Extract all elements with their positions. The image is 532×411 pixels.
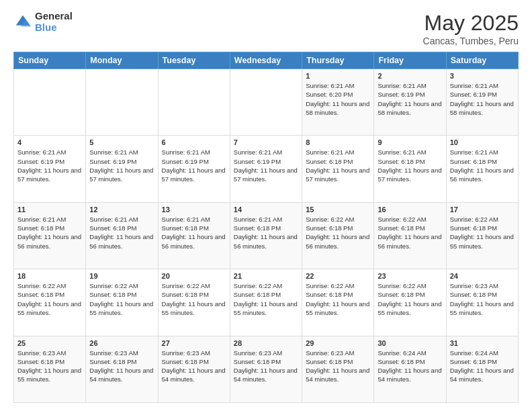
day-number: 19 bbox=[89, 272, 154, 280]
day-info: Sunrise: 6:21 AMSunset: 6:18 PMDaylight:… bbox=[306, 148, 370, 183]
calendar-cell: 24Sunrise: 6:23 AMSunset: 6:18 PMDayligh… bbox=[446, 269, 518, 336]
calendar-cell bbox=[14, 69, 86, 136]
calendar-cell: 23Sunrise: 6:22 AMSunset: 6:18 PMDayligh… bbox=[374, 269, 446, 336]
day-info: Sunrise: 6:22 AMSunset: 6:18 PMDaylight:… bbox=[306, 281, 370, 317]
calendar-cell: 1Sunrise: 6:21 AMSunset: 6:20 PMDaylight… bbox=[302, 69, 374, 136]
calendar-cell: 12Sunrise: 6:21 AMSunset: 6:18 PMDayligh… bbox=[86, 202, 158, 269]
day-number: 8 bbox=[306, 138, 370, 146]
day-info: Sunrise: 6:22 AMSunset: 6:18 PMDaylight:… bbox=[378, 215, 442, 250]
day-number: 20 bbox=[162, 272, 226, 280]
calendar-cell: 4Sunrise: 6:21 AMSunset: 6:19 PMDaylight… bbox=[14, 136, 86, 202]
calendar-cell: 27Sunrise: 6:23 AMSunset: 6:18 PMDayligh… bbox=[158, 336, 230, 402]
logo-text: General Blue bbox=[35, 11, 73, 33]
col-friday: Friday bbox=[374, 52, 446, 69]
calendar-cell: 6Sunrise: 6:21 AMSunset: 6:19 PMDaylight… bbox=[158, 136, 230, 202]
day-number: 2 bbox=[378, 72, 442, 80]
header-row: Sunday Monday Tuesday Wednesday Thursday… bbox=[14, 52, 519, 69]
day-number: 9 bbox=[378, 138, 442, 146]
day-number: 17 bbox=[450, 205, 515, 214]
calendar-cell: 5Sunrise: 6:21 AMSunset: 6:19 PMDaylight… bbox=[86, 136, 158, 202]
calendar-week-2: 11Sunrise: 6:21 AMSunset: 6:18 PMDayligh… bbox=[14, 202, 519, 269]
day-info: Sunrise: 6:21 AMSunset: 6:19 PMDaylight:… bbox=[162, 148, 226, 183]
calendar-week-0: 1Sunrise: 6:21 AMSunset: 6:20 PMDaylight… bbox=[14, 69, 519, 136]
col-thursday: Thursday bbox=[302, 52, 374, 69]
day-info: Sunrise: 6:21 AMSunset: 6:18 PMDaylight:… bbox=[378, 148, 442, 183]
top-section: General Blue May 2025 Cancas, Tumbes, Pe… bbox=[13, 11, 519, 46]
calendar-cell: 9Sunrise: 6:21 AMSunset: 6:18 PMDaylight… bbox=[374, 136, 446, 202]
day-info: Sunrise: 6:22 AMSunset: 6:18 PMDaylight:… bbox=[17, 281, 82, 317]
calendar-cell: 26Sunrise: 6:23 AMSunset: 6:18 PMDayligh… bbox=[86, 336, 158, 402]
day-number: 15 bbox=[306, 205, 370, 214]
col-wednesday: Wednesday bbox=[230, 52, 302, 69]
day-info: Sunrise: 6:21 AMSunset: 6:19 PMDaylight:… bbox=[17, 148, 82, 183]
calendar-cell: 10Sunrise: 6:21 AMSunset: 6:18 PMDayligh… bbox=[446, 136, 518, 202]
day-number: 23 bbox=[378, 272, 442, 280]
day-info: Sunrise: 6:22 AMSunset: 6:18 PMDaylight:… bbox=[450, 215, 515, 250]
calendar-cell bbox=[86, 69, 158, 136]
day-number: 26 bbox=[89, 339, 154, 347]
logo: General Blue bbox=[13, 11, 73, 33]
calendar-cell: 25Sunrise: 6:23 AMSunset: 6:18 PMDayligh… bbox=[14, 336, 86, 402]
calendar-table: Sunday Monday Tuesday Wednesday Thursday… bbox=[13, 52, 519, 403]
day-number: 3 bbox=[450, 72, 515, 80]
day-info: Sunrise: 6:22 AMSunset: 6:18 PMDaylight:… bbox=[234, 281, 298, 317]
month-title: May 2025 bbox=[423, 11, 519, 36]
day-info: Sunrise: 6:22 AMSunset: 6:18 PMDaylight:… bbox=[162, 281, 226, 317]
calendar-cell: 3Sunrise: 6:21 AMSunset: 6:19 PMDaylight… bbox=[446, 69, 518, 136]
calendar-cell: 18Sunrise: 6:22 AMSunset: 6:18 PMDayligh… bbox=[14, 269, 86, 336]
day-number: 18 bbox=[17, 272, 82, 280]
day-info: Sunrise: 6:21 AMSunset: 6:20 PMDaylight:… bbox=[306, 81, 370, 117]
calendar-week-1: 4Sunrise: 6:21 AMSunset: 6:19 PMDaylight… bbox=[14, 136, 519, 202]
calendar-cell: 20Sunrise: 6:22 AMSunset: 6:18 PMDayligh… bbox=[158, 269, 230, 336]
calendar-body: 1Sunrise: 6:21 AMSunset: 6:20 PMDaylight… bbox=[14, 69, 519, 403]
calendar-cell: 11Sunrise: 6:21 AMSunset: 6:18 PMDayligh… bbox=[14, 202, 86, 269]
day-number: 24 bbox=[450, 272, 515, 280]
day-number: 25 bbox=[17, 339, 82, 347]
day-info: Sunrise: 6:24 AMSunset: 6:18 PMDaylight:… bbox=[450, 349, 515, 384]
calendar-cell: 17Sunrise: 6:22 AMSunset: 6:18 PMDayligh… bbox=[446, 202, 518, 269]
calendar-cell: 14Sunrise: 6:21 AMSunset: 6:18 PMDayligh… bbox=[230, 202, 302, 269]
col-sunday: Sunday bbox=[14, 52, 86, 69]
calendar-cell bbox=[158, 69, 230, 136]
day-number: 30 bbox=[378, 339, 442, 347]
day-number: 4 bbox=[17, 138, 82, 146]
calendar-cell: 19Sunrise: 6:22 AMSunset: 6:18 PMDayligh… bbox=[86, 269, 158, 336]
calendar-cell: 8Sunrise: 6:21 AMSunset: 6:18 PMDaylight… bbox=[302, 136, 374, 202]
day-info: Sunrise: 6:23 AMSunset: 6:18 PMDaylight:… bbox=[306, 349, 370, 384]
day-info: Sunrise: 6:21 AMSunset: 6:18 PMDaylight:… bbox=[162, 215, 226, 250]
day-info: Sunrise: 6:23 AMSunset: 6:18 PMDaylight:… bbox=[450, 281, 515, 317]
logo-blue: Blue bbox=[35, 22, 73, 34]
day-number: 10 bbox=[450, 138, 515, 146]
header-right: May 2025 Cancas, Tumbes, Peru bbox=[423, 11, 519, 46]
col-monday: Monday bbox=[86, 52, 158, 69]
calendar-week-4: 25Sunrise: 6:23 AMSunset: 6:18 PMDayligh… bbox=[14, 336, 519, 402]
location: Cancas, Tumbes, Peru bbox=[423, 36, 519, 46]
calendar-page: General Blue May 2025 Cancas, Tumbes, Pe… bbox=[0, 0, 532, 411]
day-number: 28 bbox=[234, 339, 298, 347]
day-info: Sunrise: 6:21 AMSunset: 6:19 PMDaylight:… bbox=[378, 81, 442, 117]
day-number: 29 bbox=[306, 339, 370, 347]
calendar-cell: 30Sunrise: 6:24 AMSunset: 6:18 PMDayligh… bbox=[374, 336, 446, 402]
day-info: Sunrise: 6:21 AMSunset: 6:18 PMDaylight:… bbox=[450, 148, 515, 183]
calendar-cell bbox=[230, 69, 302, 136]
calendar-cell: 7Sunrise: 6:21 AMSunset: 6:19 PMDaylight… bbox=[230, 136, 302, 202]
day-number: 5 bbox=[89, 138, 154, 146]
day-number: 7 bbox=[234, 138, 298, 146]
day-info: Sunrise: 6:22 AMSunset: 6:18 PMDaylight:… bbox=[378, 281, 442, 317]
calendar-week-3: 18Sunrise: 6:22 AMSunset: 6:18 PMDayligh… bbox=[14, 269, 519, 336]
day-number: 22 bbox=[306, 272, 370, 280]
day-number: 11 bbox=[17, 205, 82, 214]
day-number: 16 bbox=[378, 205, 442, 214]
col-tuesday: Tuesday bbox=[158, 52, 230, 69]
calendar-cell: 31Sunrise: 6:24 AMSunset: 6:18 PMDayligh… bbox=[446, 336, 518, 402]
day-info: Sunrise: 6:23 AMSunset: 6:18 PMDaylight:… bbox=[162, 349, 226, 384]
day-number: 12 bbox=[89, 205, 154, 214]
calendar-cell: 22Sunrise: 6:22 AMSunset: 6:18 PMDayligh… bbox=[302, 269, 374, 336]
logo-icon bbox=[13, 13, 32, 32]
calendar-cell: 13Sunrise: 6:21 AMSunset: 6:18 PMDayligh… bbox=[158, 202, 230, 269]
day-number: 13 bbox=[162, 205, 226, 214]
calendar-cell: 16Sunrise: 6:22 AMSunset: 6:18 PMDayligh… bbox=[374, 202, 446, 269]
day-info: Sunrise: 6:22 AMSunset: 6:18 PMDaylight:… bbox=[89, 281, 154, 317]
day-number: 31 bbox=[450, 339, 515, 347]
day-number: 21 bbox=[234, 272, 298, 280]
